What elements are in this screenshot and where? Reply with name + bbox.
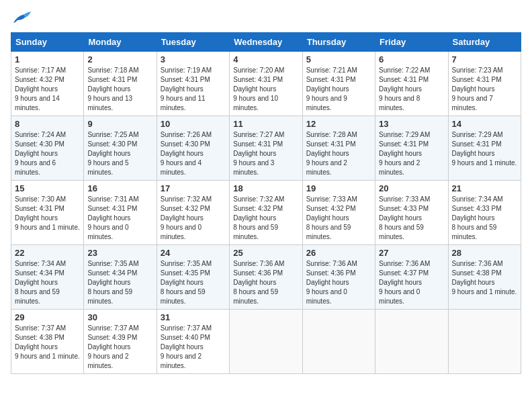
day-number: 18 [233,183,298,193]
day-info: Sunrise: 7:36 AMSunset: 4:36 PMDaylight … [233,260,284,305]
page-header [11,11,521,26]
day-number: 3 [161,54,226,64]
logo-bird-icon [12,11,31,26]
weekday-header-friday: Friday [375,33,448,52]
day-number: 29 [15,312,80,322]
day-info: Sunrise: 7:37 AMSunset: 4:39 PMDaylight … [87,324,138,369]
calendar-cell: 13 Sunrise: 7:29 AMSunset: 4:31 PMDaylig… [375,116,448,181]
day-number: 19 [306,183,371,193]
day-info: Sunrise: 7:34 AMSunset: 4:34 PMDaylight … [15,260,66,305]
logo [11,11,31,26]
calendar-cell: 11 Sunrise: 7:27 AMSunset: 4:31 PMDaylig… [230,116,302,181]
calendar-cell: 7 Sunrise: 7:23 AMSunset: 4:31 PMDayligh… [448,52,521,116]
day-number: 8 [15,119,80,129]
day-number: 2 [87,54,152,64]
calendar-week-3: 15 Sunrise: 7:30 AMSunset: 4:31 PMDaylig… [11,181,521,245]
day-number: 31 [161,312,226,322]
weekday-header-saturday: Saturday [448,33,521,52]
calendar-cell: 8 Sunrise: 7:24 AMSunset: 4:30 PMDayligh… [11,116,84,181]
calendar-cell: 23 Sunrise: 7:35 AMSunset: 4:34 PMDaylig… [84,245,157,310]
calendar-cell [448,310,521,374]
calendar-cell: 20 Sunrise: 7:33 AMSunset: 4:33 PMDaylig… [375,181,448,245]
calendar-cell: 15 Sunrise: 7:30 AMSunset: 4:31 PMDaylig… [11,181,84,245]
day-info: Sunrise: 7:36 AMSunset: 4:38 PMDaylight … [452,260,517,295]
day-info: Sunrise: 7:21 AMSunset: 4:31 PMDaylight … [306,66,357,111]
day-info: Sunrise: 7:17 AMSunset: 4:32 PMDaylight … [15,66,66,111]
weekday-header-thursday: Thursday [302,33,375,52]
day-info: Sunrise: 7:31 AMSunset: 4:31 PMDaylight … [87,195,138,240]
calendar-cell: 31 Sunrise: 7:37 AMSunset: 4:40 PMDaylig… [157,310,229,374]
calendar-cell: 4 Sunrise: 7:20 AMSunset: 4:31 PMDayligh… [230,52,302,116]
calendar-week-2: 8 Sunrise: 7:24 AMSunset: 4:30 PMDayligh… [11,116,521,181]
calendar-cell: 30 Sunrise: 7:37 AMSunset: 4:39 PMDaylig… [84,310,157,374]
day-number: 11 [233,119,298,129]
calendar-cell: 28 Sunrise: 7:36 AMSunset: 4:38 PMDaylig… [448,245,521,310]
calendar-cell: 22 Sunrise: 7:34 AMSunset: 4:34 PMDaylig… [11,245,84,310]
weekday-header-monday: Monday [84,33,157,52]
day-info: Sunrise: 7:23 AMSunset: 4:31 PMDaylight … [452,66,503,111]
calendar-cell: 12 Sunrise: 7:28 AMSunset: 4:31 PMDaylig… [302,116,375,181]
calendar-cell: 6 Sunrise: 7:22 AMSunset: 4:31 PMDayligh… [375,52,448,116]
day-info: Sunrise: 7:35 AMSunset: 4:35 PMDaylight … [161,260,212,305]
day-info: Sunrise: 7:19 AMSunset: 4:31 PMDaylight … [161,66,212,111]
calendar-cell: 9 Sunrise: 7:25 AMSunset: 4:30 PMDayligh… [84,116,157,181]
calendar-cell: 5 Sunrise: 7:21 AMSunset: 4:31 PMDayligh… [302,52,375,116]
day-number: 21 [452,183,517,193]
day-info: Sunrise: 7:26 AMSunset: 4:30 PMDaylight … [161,131,212,176]
day-info: Sunrise: 7:32 AMSunset: 4:32 PMDaylight … [233,195,284,240]
weekday-header-tuesday: Tuesday [157,33,229,52]
day-number: 27 [379,248,444,258]
calendar-cell: 10 Sunrise: 7:26 AMSunset: 4:30 PMDaylig… [157,116,229,181]
day-number: 25 [233,248,298,258]
calendar-cell: 21 Sunrise: 7:34 AMSunset: 4:33 PMDaylig… [448,181,521,245]
calendar-body: 1 Sunrise: 7:17 AMSunset: 4:32 PMDayligh… [11,52,521,374]
day-number: 17 [161,183,226,193]
day-number: 12 [306,119,371,129]
day-info: Sunrise: 7:37 AMSunset: 4:40 PMDaylight … [161,324,212,369]
day-info: Sunrise: 7:28 AMSunset: 4:31 PMDaylight … [306,131,357,176]
calendar-cell: 1 Sunrise: 7:17 AMSunset: 4:32 PMDayligh… [11,52,84,116]
calendar-cell [230,310,302,374]
day-info: Sunrise: 7:25 AMSunset: 4:30 PMDaylight … [87,131,138,176]
calendar-cell: 14 Sunrise: 7:29 AMSunset: 4:31 PMDaylig… [448,116,521,181]
day-number: 20 [379,183,444,193]
day-number: 7 [452,54,517,64]
calendar-week-1: 1 Sunrise: 7:17 AMSunset: 4:32 PMDayligh… [11,52,521,116]
calendar-table: SundayMondayTuesdayWednesdayThursdayFrid… [11,32,521,374]
calendar-cell: 19 Sunrise: 7:33 AMSunset: 4:32 PMDaylig… [302,181,375,245]
day-number: 1 [15,54,80,64]
calendar-cell: 18 Sunrise: 7:32 AMSunset: 4:32 PMDaylig… [230,181,302,245]
weekday-header-wednesday: Wednesday [230,33,302,52]
day-number: 6 [379,54,444,64]
day-number: 28 [452,248,517,258]
day-info: Sunrise: 7:36 AMSunset: 4:36 PMDaylight … [306,260,357,305]
day-info: Sunrise: 7:37 AMSunset: 4:38 PMDaylight … [15,324,80,360]
day-number: 22 [15,248,80,258]
calendar-week-5: 29 Sunrise: 7:37 AMSunset: 4:38 PMDaylig… [11,310,521,374]
weekday-header-sunday: Sunday [11,33,84,52]
day-number: 16 [87,183,152,193]
day-info: Sunrise: 7:33 AMSunset: 4:32 PMDaylight … [306,195,357,240]
day-number: 26 [306,248,371,258]
day-info: Sunrise: 7:33 AMSunset: 4:33 PMDaylight … [379,195,430,240]
day-info: Sunrise: 7:35 AMSunset: 4:34 PMDaylight … [87,260,138,305]
day-number: 5 [306,54,371,64]
day-number: 24 [161,248,226,258]
day-info: Sunrise: 7:24 AMSunset: 4:30 PMDaylight … [15,131,66,176]
day-info: Sunrise: 7:30 AMSunset: 4:31 PMDaylight … [15,195,80,231]
day-number: 9 [87,119,152,129]
day-info: Sunrise: 7:22 AMSunset: 4:31 PMDaylight … [379,66,430,111]
day-number: 4 [233,54,298,64]
calendar-cell: 26 Sunrise: 7:36 AMSunset: 4:36 PMDaylig… [302,245,375,310]
calendar-cell: 3 Sunrise: 7:19 AMSunset: 4:31 PMDayligh… [157,52,229,116]
day-info: Sunrise: 7:32 AMSunset: 4:32 PMDaylight … [161,195,212,240]
calendar-cell: 29 Sunrise: 7:37 AMSunset: 4:38 PMDaylig… [11,310,84,374]
calendar-cell [302,310,375,374]
day-info: Sunrise: 7:34 AMSunset: 4:33 PMDaylight … [452,195,503,240]
calendar-cell: 17 Sunrise: 7:32 AMSunset: 4:32 PMDaylig… [157,181,229,245]
calendar-header-row: SundayMondayTuesdayWednesdayThursdayFrid… [11,33,521,52]
calendar-cell: 24 Sunrise: 7:35 AMSunset: 4:35 PMDaylig… [157,245,229,310]
calendar-cell: 2 Sunrise: 7:18 AMSunset: 4:31 PMDayligh… [84,52,157,116]
day-number: 13 [379,119,444,129]
calendar-cell: 25 Sunrise: 7:36 AMSunset: 4:36 PMDaylig… [230,245,302,310]
